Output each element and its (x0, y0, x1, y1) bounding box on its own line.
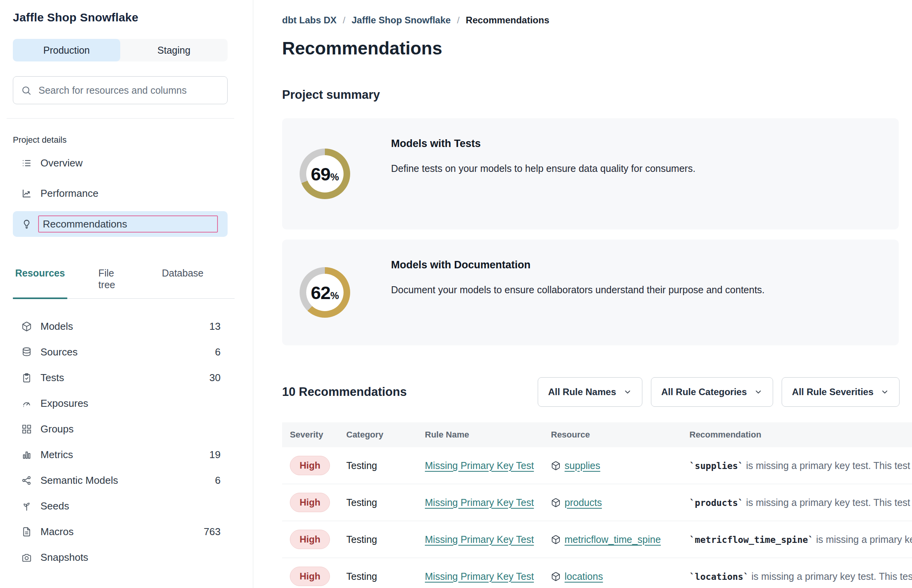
rule-name-link[interactable]: Missing Primary Key Test (425, 497, 534, 508)
resource-item-semantic-models[interactable]: Semantic Models 6 (13, 467, 228, 493)
filter-label: All Rule Severities (792, 387, 873, 397)
category-cell: Testing (346, 460, 425, 471)
resource-count: 6 (215, 346, 221, 358)
gauge-icon (21, 398, 32, 409)
resource-item-snapshots[interactable]: Snapshots (13, 544, 228, 570)
cube-icon (551, 535, 561, 544)
tab-resources[interactable]: Resources (13, 267, 67, 298)
tab-database[interactable]: Database (160, 267, 206, 298)
percent-symbol: % (330, 172, 339, 183)
resource-item-sources[interactable]: Sources 6 (13, 339, 228, 365)
donut-chart-tests: 69% (300, 149, 350, 199)
sidebar-item-overview[interactable]: Overview (13, 150, 228, 175)
category-cell: Testing (346, 534, 425, 545)
donut-center: 62% (306, 274, 344, 311)
breadcrumb-link-account[interactable]: dbt Labs DX (282, 15, 337, 26)
breadcrumb-link-project[interactable]: Jaffle Shop Snowflake (352, 15, 451, 26)
chevron-down-icon (880, 388, 889, 396)
resource-link[interactable]: locations (565, 571, 603, 582)
recommendations-heading: 10 Recommendations (282, 385, 407, 399)
column-header-severity: Severity (282, 430, 346, 440)
table-header: Severity Category Rule Name Resource Rec… (282, 422, 912, 447)
sidebar-item-recommendations[interactable]: Recommendations (13, 211, 228, 237)
resource-item-models[interactable]: Models 13 (13, 313, 228, 339)
resource-label: Tests (40, 372, 209, 384)
filter-rule-names[interactable]: All Rule Names (538, 377, 642, 407)
recommendation-text: is missing a primary key test. This tes (749, 571, 912, 582)
resource-link[interactable]: metricflow_time_spine (565, 534, 661, 545)
sidebar-item-label: Overview (40, 157, 82, 169)
severity-badge: High (290, 530, 330, 549)
sidebar-item-label: Performance (40, 187, 98, 200)
resource-count: 13 (209, 320, 221, 332)
cube-icon (551, 572, 561, 581)
card-title: Models with Tests (391, 137, 695, 150)
recommendations-table: Severity Category Rule Name Resource Rec… (282, 422, 912, 588)
severity-badge: High (290, 493, 330, 512)
chevron-down-icon (623, 388, 632, 396)
resource-label: Metrics (40, 449, 209, 461)
resource-link[interactable]: supplies (565, 460, 600, 471)
rule-name-link[interactable]: Missing Primary Key Test (425, 571, 534, 582)
rule-name-link[interactable]: Missing Primary Key Test (425, 460, 534, 471)
resource-item-tests[interactable]: Tests 30 (13, 365, 228, 390)
column-header-resource: Resource (551, 430, 689, 440)
card-text: Models with Documentation Document your … (391, 240, 765, 296)
resource-item-seeds[interactable]: Seeds (13, 493, 228, 519)
resource-label: Snapshots (40, 551, 221, 564)
resource-label: Sources (40, 346, 215, 358)
resource-count: 30 (209, 372, 221, 384)
resource-count: 763 (204, 526, 221, 538)
recommendation-text: is missing a primary key test. This test (743, 460, 910, 471)
sidebar-item-performance[interactable]: Performance (13, 181, 228, 206)
filter-label: All Rule Names (548, 387, 616, 397)
category-cell: Testing (346, 571, 425, 582)
card-description: Define tests on your models to help ensu… (391, 163, 695, 174)
resource-label: Seeds (40, 500, 221, 512)
resource-cell: supplies (551, 460, 689, 471)
resource-code: `supplies` (689, 461, 743, 471)
recommendation-cell: `locations` is missing a primary key tes… (689, 571, 912, 582)
summary-card-models-with-tests: 69% Models with Tests Define tests on yo… (282, 118, 899, 229)
percent-value: 62 (311, 282, 330, 303)
search-input[interactable] (38, 84, 219, 96)
card-text: Models with Tests Define tests on your m… (391, 118, 695, 174)
database-icon (21, 347, 32, 357)
filter-rule-categories[interactable]: All Rule Categories (651, 377, 773, 407)
recommendation-cell: `products` is missing a primary key test… (689, 497, 912, 508)
card-title: Models with Documentation (391, 258, 765, 271)
donut-center: 69% (306, 155, 344, 192)
category-cell: Testing (346, 497, 425, 508)
bar-chart-icon (21, 450, 32, 460)
resource-item-groups[interactable]: Groups (13, 416, 228, 442)
tab-file-tree[interactable]: File tree (96, 267, 131, 298)
recommendations-toolbar: 10 Recommendations All Rule Names All Ru… (282, 377, 900, 407)
list-icon (21, 158, 32, 168)
network-icon (21, 475, 32, 486)
annotation-highlight-box: Recommendations (38, 215, 218, 233)
main-panel: dbt Labs DX / Jaffle Shop Snowflake / Re… (253, 0, 912, 588)
filter-label: All Rule Categories (661, 387, 747, 397)
resource-cell: products (551, 497, 689, 508)
environment-switcher: Production Staging (13, 39, 228, 61)
lightbulb-icon (21, 219, 32, 229)
column-header-category: Category (346, 430, 425, 440)
resource-link[interactable]: products (565, 497, 602, 508)
resource-cell: metricflow_time_spine (551, 534, 689, 545)
tab-production[interactable]: Production (13, 39, 120, 61)
table-row: High Testing Missing Primary Key Test lo… (282, 558, 912, 588)
percent-value: 69 (311, 163, 330, 185)
sidebar-item-label: Recommendations (43, 218, 127, 230)
rule-name-link[interactable]: Missing Primary Key Test (425, 534, 534, 545)
tab-staging[interactable]: Staging (120, 39, 228, 61)
sprout-icon (21, 501, 32, 511)
resource-label: Groups (40, 423, 221, 435)
grid-icon (21, 424, 32, 434)
resource-item-macros[interactable]: Macros 763 (13, 519, 228, 544)
search-box[interactable] (13, 76, 228, 104)
recommendation-cell: `metricflow_time_spine` is missing a pri… (689, 534, 912, 545)
filter-rule-severities[interactable]: All Rule Severities (782, 377, 900, 407)
card-description: Document your models to ensure collabora… (391, 284, 765, 296)
resource-item-exposures[interactable]: Exposures (13, 390, 228, 416)
resource-item-metrics[interactable]: Metrics 19 (13, 442, 228, 467)
